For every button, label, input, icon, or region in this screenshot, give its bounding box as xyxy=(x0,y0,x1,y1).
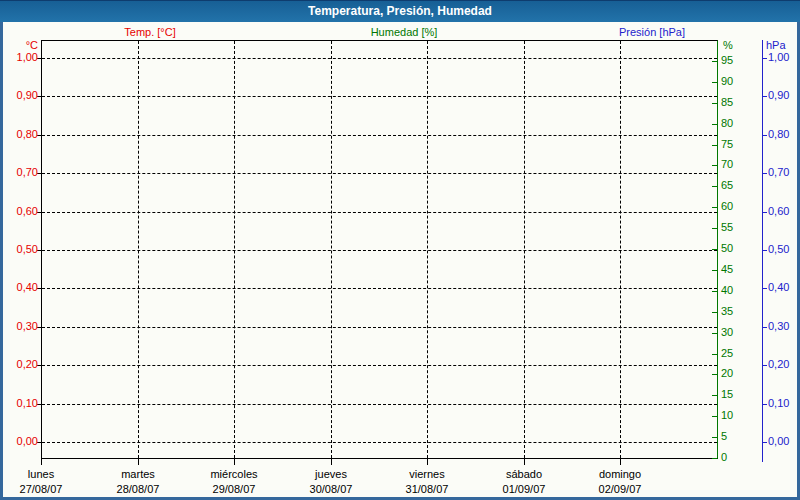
x-axis-tick xyxy=(524,459,525,465)
legend-pressure-label: Presión [hPa] xyxy=(582,26,722,39)
pressure-axis-tick xyxy=(762,212,767,213)
gridline-horizontal xyxy=(42,212,717,213)
gridline-vertical xyxy=(524,41,525,458)
pressure-axis-tick xyxy=(762,288,767,289)
humidity-tick-label: 45 xyxy=(721,263,733,276)
humidity-tick-label: 40 xyxy=(721,284,733,297)
humidity-tick-label: 30 xyxy=(721,326,733,339)
gridline-vertical xyxy=(234,41,235,458)
humidity-tick-label: 55 xyxy=(721,221,733,234)
gridline-horizontal xyxy=(42,250,717,251)
humidity-tick-label: 10 xyxy=(721,409,733,422)
humidity-axis-tick xyxy=(712,124,717,125)
pressure-tick-label: 0,60 xyxy=(768,205,789,218)
gridline-horizontal xyxy=(42,365,717,366)
x-day-label: miércoles xyxy=(186,468,282,481)
gridline-horizontal xyxy=(42,327,717,328)
humidity-axis-tick xyxy=(712,207,717,208)
temp-tick-label: 0,60 xyxy=(0,205,38,218)
pressure-axis-tick xyxy=(762,365,767,366)
humidity-tick-label: 85 xyxy=(721,96,733,109)
humidity-axis-tick xyxy=(712,228,717,229)
x-date-label: 01/09/07 xyxy=(476,483,572,496)
x-axis-tick xyxy=(620,459,621,465)
humidity-tick-label: 90 xyxy=(721,75,733,88)
humidity-tick-label: 20 xyxy=(721,367,733,380)
x-date-label: 28/08/07 xyxy=(90,483,186,496)
temp-tick-label: 0,70 xyxy=(0,166,38,179)
pressure-tick-label: 0,90 xyxy=(768,89,789,102)
humidity-axis-tick xyxy=(712,61,717,62)
humidity-tick-label: 50 xyxy=(721,242,733,255)
page-title: Temperatura, Presión, Humedad xyxy=(308,4,492,18)
gridline-vertical xyxy=(331,41,332,458)
legend-humidity-label: Humedad [%] xyxy=(334,26,474,39)
pressure-tick-label: 0,30 xyxy=(768,320,789,333)
x-date-label: 02/09/07 xyxy=(572,483,668,496)
humidity-axis-tick xyxy=(712,354,717,355)
humidity-axis-tick xyxy=(712,186,717,187)
temp-tick-label: 0,50 xyxy=(0,243,38,256)
gridline-horizontal xyxy=(42,58,717,59)
humidity-axis-tick xyxy=(712,395,717,396)
x-day-label: lunes xyxy=(0,468,89,481)
x-axis-tick xyxy=(138,459,139,465)
humidity-axis-tick xyxy=(712,103,717,104)
humidity-axis-tick xyxy=(712,333,717,334)
humidity-tick-label: 70 xyxy=(721,158,733,171)
humidity-tick-label: 60 xyxy=(721,200,733,213)
temp-tick-label: 0,10 xyxy=(0,397,38,410)
pressure-tick-label: 0,70 xyxy=(768,166,789,179)
x-day-label: viernes xyxy=(379,468,475,481)
humidity-tick-label: 5 xyxy=(721,430,727,443)
humidity-tick-label: 15 xyxy=(721,388,733,401)
x-date-label: 27/08/07 xyxy=(0,483,89,496)
humidity-tick-label: 75 xyxy=(721,138,733,151)
temp-tick-label: 0,90 xyxy=(0,89,38,102)
pressure-tick-label: 0,00 xyxy=(768,435,789,448)
pressure-tick-label: 1,00 xyxy=(768,51,789,64)
gridline-horizontal xyxy=(42,173,717,174)
x-axis-tick xyxy=(427,459,428,465)
x-day-label: martes xyxy=(90,468,186,481)
humidity-axis-tick xyxy=(712,291,717,292)
pressure-axis-tick xyxy=(762,404,767,405)
humidity-axis-tick xyxy=(712,437,717,438)
humidity-axis-tick xyxy=(712,458,717,459)
temp-tick-label: 0,00 xyxy=(0,435,38,448)
gridline-horizontal xyxy=(42,96,717,97)
gridline-horizontal xyxy=(42,442,717,443)
gridline-horizontal xyxy=(42,288,717,289)
humidity-tick-label: 80 xyxy=(721,117,733,130)
humidity-axis-tick xyxy=(712,249,717,250)
pressure-axis-tick xyxy=(762,173,767,174)
humidity-axis-tick xyxy=(712,312,717,313)
humidity-tick-label: 0 xyxy=(721,451,727,464)
temp-tick-label: 0,30 xyxy=(0,320,38,333)
temp-tick-label: 0,20 xyxy=(0,358,38,371)
pressure-axis-tick xyxy=(762,327,767,328)
humidity-axis-tick xyxy=(712,165,717,166)
pressure-axis-tick xyxy=(762,442,767,443)
x-date-label: 31/08/07 xyxy=(379,483,475,496)
pressure-axis-tick xyxy=(762,250,767,251)
x-day-label: sábado xyxy=(476,468,572,481)
humidity-axis-tick xyxy=(712,145,717,146)
x-axis-tick xyxy=(41,459,42,465)
pressure-tick-label: 0,50 xyxy=(768,243,789,256)
gridline-vertical xyxy=(427,41,428,458)
plot-area xyxy=(41,40,718,459)
pressure-tick-label: 0,80 xyxy=(768,128,789,141)
pressure-tick-label: 0,10 xyxy=(768,397,789,410)
temp-tick-label: 0,80 xyxy=(0,128,38,141)
weather-chart-window: Temperatura, Presión, Humedad Temp. [°C]… xyxy=(0,0,800,500)
humidity-tick-label: 65 xyxy=(721,179,733,192)
pressure-tick-label: 0,20 xyxy=(768,358,789,371)
humidity-axis-tick xyxy=(712,270,717,271)
x-day-label: domingo xyxy=(572,468,668,481)
humidity-tick-label: 25 xyxy=(721,347,733,360)
humidity-tick-label: 35 xyxy=(721,305,733,318)
pressure-axis-line xyxy=(762,40,763,462)
temp-tick-label: 0,40 xyxy=(0,281,38,294)
humidity-axis-tick xyxy=(712,82,717,83)
